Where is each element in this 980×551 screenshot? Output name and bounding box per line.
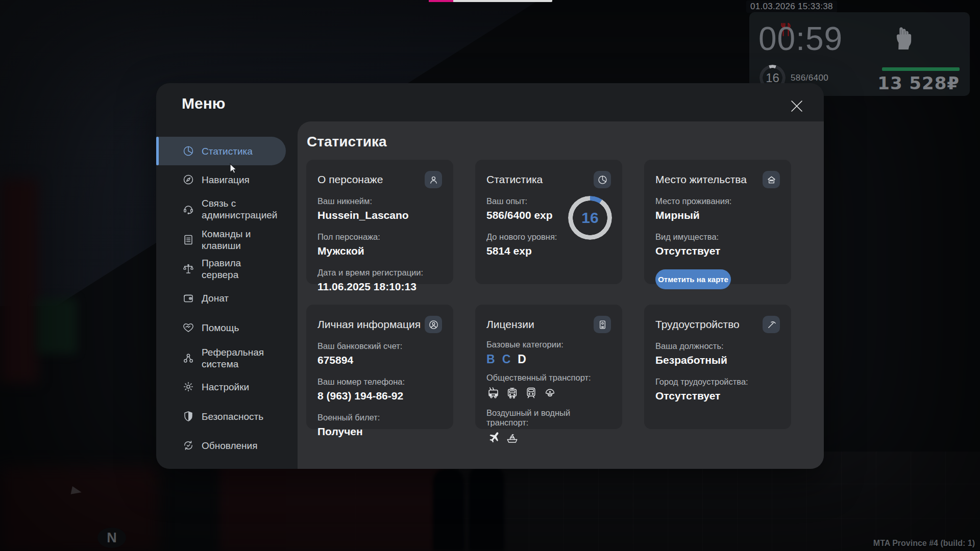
mouse-cursor xyxy=(230,163,241,176)
field-value: 5814 exp xyxy=(486,245,611,257)
page-title: Статистика xyxy=(307,134,387,150)
field-label: Ваша должность: xyxy=(655,341,780,351)
field-value: Мирный xyxy=(655,209,780,221)
field-label: Ваш никнейм: xyxy=(317,196,442,206)
wallet-icon xyxy=(182,292,194,304)
stat-field: Дата и время регистрации: 11.06.2025 18:… xyxy=(317,268,442,293)
field-value: Отсутствует xyxy=(655,245,780,257)
hud-money: 13 528₽ xyxy=(868,73,960,93)
top-progress-track xyxy=(429,0,552,2)
headset-icon xyxy=(182,203,194,215)
sidebar-item-updates[interactable]: Обновления xyxy=(156,431,286,460)
menu-window: Меню Статистика Навигация xyxy=(156,83,824,469)
card-title: Лицензии xyxy=(486,318,534,331)
field-label: Базовые категории: xyxy=(486,340,611,349)
hud-exp: 586/6400 xyxy=(791,73,828,83)
close-button[interactable] xyxy=(787,97,806,116)
sidebar-item-label: Правила сервера xyxy=(202,257,278,281)
list-document-icon xyxy=(182,234,194,246)
license-air-water-transport: Воздушный и водный транспорт: xyxy=(486,408,611,446)
n-logo: N xyxy=(97,528,126,548)
stat-field: Вид имущества: Отсутствует xyxy=(655,232,780,257)
sidebar-item-label: Настройки xyxy=(202,381,278,393)
ship-icon xyxy=(505,431,519,446)
stat-field: Город трудоустройства: Отсутствует xyxy=(655,377,780,402)
train-icon xyxy=(524,386,538,402)
card-title: Место жительства xyxy=(655,173,747,186)
compass-icon xyxy=(182,173,194,186)
field-label: Пол персонажа: xyxy=(317,232,442,242)
field-value: Отсутствует xyxy=(655,390,780,402)
hud-progress-bar xyxy=(882,67,960,71)
sidebar-item-donate[interactable]: Донат xyxy=(156,284,286,312)
sidebar-item-label: Помощь xyxy=(202,322,278,334)
field-value: Мужской xyxy=(317,245,442,257)
pie-chart-icon xyxy=(182,145,194,157)
backdrop-red-wall xyxy=(0,179,38,383)
license-category-letter: C xyxy=(502,353,511,366)
sidebar-item-settings[interactable]: Настройки xyxy=(156,372,286,401)
hud-datetime: 01.03.2026 15:33:38 xyxy=(746,1,837,13)
stat-field: Пол персонажа: Мужской xyxy=(317,232,442,257)
field-label: Вид имущества: xyxy=(655,232,780,242)
pie-chart-icon xyxy=(594,171,611,188)
plane-icon xyxy=(485,430,501,447)
sidebar-item-label: Реферальная система xyxy=(202,346,278,370)
handshake-heart-icon xyxy=(182,321,194,334)
field-value: Получен xyxy=(317,425,442,438)
backdrop-red-floor xyxy=(219,459,449,551)
card-employment: Трудоустройство Ваша должность: Безработ… xyxy=(644,305,791,429)
field-value: Безработный xyxy=(655,354,780,366)
sidebar-item-help[interactable]: Помощь xyxy=(156,313,286,342)
mark-on-map-button[interactable]: Отметить на карте xyxy=(655,269,731,289)
close-icon xyxy=(789,108,804,115)
sidebar-item-security[interactable]: Безопасность xyxy=(156,402,286,431)
exp-ring-level: 16 xyxy=(568,196,612,240)
scales-icon xyxy=(182,263,194,275)
card-title: Личная информация xyxy=(317,318,421,331)
stat-field: Ваша должность: Безработный xyxy=(655,341,780,366)
house-icon xyxy=(763,171,780,188)
sidebar-item-statistics[interactable]: Статистика xyxy=(156,137,286,165)
cards-grid: О персонаже Ваш никнейм: Hussein_Lascano… xyxy=(306,160,806,429)
hud-timer: 00:59 xyxy=(758,22,843,55)
field-label: Дата и время регистрации: xyxy=(317,268,442,278)
id-card-icon xyxy=(594,316,611,333)
sidebar-item-referral-system[interactable]: Реферальная система xyxy=(156,343,286,373)
tram-icon xyxy=(505,386,519,402)
captain-cap-icon xyxy=(543,386,557,402)
network-icon xyxy=(182,352,194,364)
sidebar-item-navigation[interactable]: Навигация xyxy=(156,165,286,194)
pickaxe-icon xyxy=(763,316,780,333)
field-label: Ваш банковский счет: xyxy=(317,341,442,351)
content-panel: Статистика О персонаже Ваш никнейм: Huss… xyxy=(298,121,824,469)
fist-icon xyxy=(892,24,915,57)
field-label: Военный билет: xyxy=(317,413,442,422)
card-about-character: О персонаже Ваш никнейм: Hussein_Lascano… xyxy=(306,160,453,284)
sidebar: Статистика Навигация Связь с администрац… xyxy=(156,83,298,469)
card-licenses: Лицензии Базовые категории: B C D xyxy=(475,305,622,429)
field-label: Воздушный и водный транспорт: xyxy=(486,408,611,428)
card-personal-info: Личная информация Ваш банковский счет: 6… xyxy=(306,305,453,429)
field-value: 11.06.2025 18:10:13 xyxy=(317,281,442,293)
field-value: 8 (963) 194-86-92 xyxy=(317,390,442,402)
card-residence: Место жительства Место проживания: Мирны… xyxy=(644,160,791,284)
stat-field: Военный билет: Получен xyxy=(317,413,442,438)
character-leg xyxy=(469,465,504,551)
card-statistics: Статистика Ваш опыт: 586/6400 exp До нов… xyxy=(475,160,622,284)
person-icon xyxy=(425,171,442,188)
card-title: Статистика xyxy=(486,173,543,186)
trolleybus-icon xyxy=(486,386,500,402)
license-public-transport: Общественный транспорт: xyxy=(486,373,611,402)
card-title: О персонаже xyxy=(317,173,383,186)
sidebar-item-admin-contact[interactable]: Связь с администрацией xyxy=(156,194,286,224)
build-watermark: MTA Province #4 (build: 1) xyxy=(873,539,975,548)
sidebar-item-commands-keys[interactable]: Команды и клавиши xyxy=(156,224,286,255)
stat-field: Место проживания: Мирный xyxy=(655,196,780,221)
sidebar-item-label: Связь с администрацией xyxy=(202,197,278,221)
character-leg xyxy=(433,468,464,551)
sidebar-item-server-rules[interactable]: Правила сервера xyxy=(156,255,286,283)
field-label: Город трудоустройства: xyxy=(655,377,780,387)
backdrop-red-floor-left xyxy=(0,467,158,551)
field-value: Hussein_Lascano xyxy=(317,209,442,221)
